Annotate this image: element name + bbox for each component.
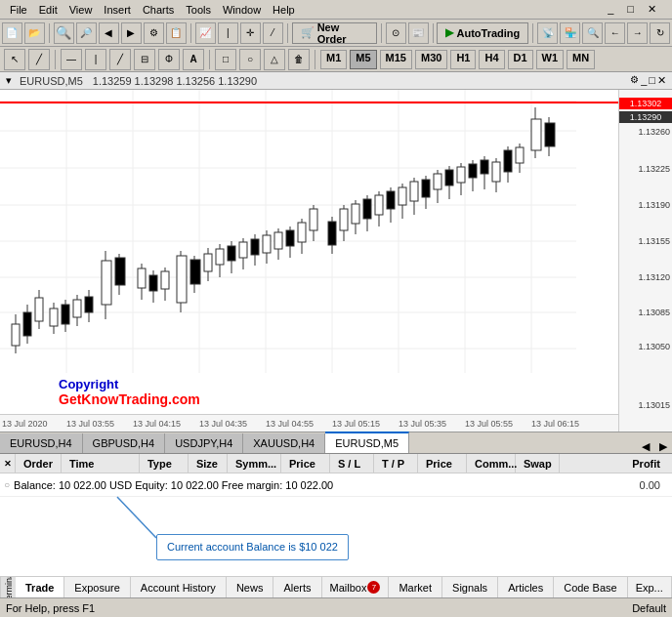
signals-btn[interactable]: 📡 (537, 22, 558, 44)
bottom-tab-trade[interactable]: Trade (16, 577, 64, 598)
tab-scroll-right[interactable]: ▶ (654, 440, 672, 453)
scroll-right-btn[interactable]: ▶ (121, 22, 142, 44)
back-btn[interactable]: ← (605, 22, 625, 44)
chart-min-icon[interactable]: _ (641, 74, 647, 87)
svg-rect-29 (85, 297, 93, 312)
close-btn-area[interactable]: ✕ (0, 454, 16, 473)
period-sep-btn[interactable]: | (218, 22, 238, 44)
copyright-line1: Copyright (59, 377, 200, 391)
balance-text: Balance: 10 022.00 USD Equity: 10 022.00… (14, 479, 640, 491)
time-label-5: 13 Jul 05:15 (332, 419, 380, 429)
bottom-tab-market[interactable]: Market (389, 577, 442, 598)
chart-tab-eurusd-m5[interactable]: EURUSD,M5 (325, 432, 409, 453)
templates-btn[interactable]: 📋 (166, 22, 187, 44)
channel-btn[interactable]: ⊟ (134, 49, 155, 70)
menu-charts[interactable]: Charts (137, 2, 180, 18)
chart-tab-xauusd-h4[interactable]: XAUUSD,H4 (243, 433, 325, 453)
forward-btn[interactable]: → (627, 22, 648, 44)
chart-tab-gbpusd-h4[interactable]: GBPUSD,H4 (83, 433, 166, 453)
text-btn[interactable]: A (183, 49, 204, 70)
time-label-7: 13 Jul 05:55 (465, 419, 513, 429)
menu-window[interactable]: Window (217, 2, 267, 18)
line-btn[interactable]: ⁄ (263, 22, 283, 44)
triangle-btn[interactable]: △ (264, 49, 285, 70)
tf-w1[interactable]: W1 (536, 50, 565, 69)
chart-properties-btn[interactable]: ⚙ (144, 22, 164, 44)
menu-edit[interactable]: Edit (33, 2, 63, 18)
zoom-out-btn[interactable]: 🔎 (76, 22, 97, 44)
terminal-sidebar-btn[interactable]: Terminal (0, 577, 16, 598)
time-label-3: 13 Jul 04:35 (199, 419, 247, 429)
bottom-tab-news[interactable]: News (227, 577, 274, 598)
tf-m30[interactable]: M30 (415, 50, 447, 69)
bottom-tab-exposure[interactable]: Exposure (64, 577, 130, 598)
chart-close-icon[interactable]: ✕ (657, 74, 666, 87)
autotrading-button[interactable]: ▶ AutoTrading (437, 22, 528, 44)
svg-rect-67 (340, 209, 348, 230)
arrow-btn[interactable]: ↖ (4, 49, 25, 70)
new-chart-btn[interactable]: 📄 (2, 22, 22, 44)
bottom-tab-codebase[interactable]: Code Base (554, 577, 627, 598)
bottom-tab-alerts[interactable]: Alerts (273, 577, 321, 598)
price-high-box: 1.13302 (619, 98, 672, 109)
tab-scroll-left[interactable]: ◀ (637, 440, 654, 453)
history-btn[interactable]: ⊙ (386, 22, 406, 44)
news-btn[interactable]: 📰 (408, 22, 429, 44)
svg-rect-39 (161, 271, 169, 289)
hline-btn[interactable]: — (61, 49, 82, 70)
menu-help[interactable]: Help (267, 2, 301, 18)
crosshair-btn[interactable]: ✛ (240, 22, 261, 44)
bottom-tab-signals[interactable]: Signals (442, 577, 498, 598)
col-comm: Comm... (467, 454, 516, 473)
bottom-tab-account-history[interactable]: Account History (131, 577, 227, 598)
bottom-tab-articles[interactable]: Articles (498, 577, 554, 598)
sep9 (315, 50, 315, 69)
indicators-btn[interactable]: 📈 (195, 22, 216, 44)
vline-btn[interactable]: | (85, 49, 106, 70)
close-btn[interactable]: ✕ (642, 1, 662, 18)
svg-rect-63 (310, 209, 317, 230)
tf-h4[interactable]: H4 (479, 50, 504, 69)
svg-rect-79 (410, 182, 418, 201)
line-draw-btn[interactable]: ╱ (28, 49, 50, 70)
chart-canvas[interactable]: Copyright GetKnowTrading.com (0, 90, 618, 432)
rect-btn[interactable]: □ (215, 49, 236, 70)
tf-m15[interactable]: M15 (380, 50, 412, 69)
chart-tab-usdjpy-h4[interactable]: USDJPY,H4 (165, 433, 243, 453)
svg-rect-47 (216, 249, 224, 265)
zoom-in-btn[interactable]: 🔍 (54, 22, 74, 44)
delete-btn[interactable]: 🗑 (288, 49, 310, 70)
bottom-tab-exp[interactable]: Exp... (628, 577, 672, 598)
search-btn[interactable]: 🔍 (582, 22, 603, 44)
open-btn[interactable]: 📂 (24, 22, 45, 44)
fib-btn[interactable]: Φ (158, 49, 180, 70)
col-price2: Price (418, 454, 467, 473)
svg-rect-69 (352, 204, 359, 224)
menu-tools[interactable]: Tools (180, 2, 217, 18)
tf-h1[interactable]: H1 (450, 50, 476, 69)
ellipse-btn[interactable]: ○ (239, 49, 261, 70)
chart-settings-icon[interactable]: ⚙ (630, 74, 639, 87)
tf-m1[interactable]: M1 (320, 50, 347, 69)
refresh-btn[interactable]: ↻ (650, 22, 670, 44)
svg-rect-35 (138, 268, 146, 288)
scroll-left-btn[interactable]: ◀ (99, 22, 119, 44)
tf-m5[interactable]: M5 (350, 50, 376, 69)
tf-mn[interactable]: MN (567, 50, 595, 69)
minimize-btn[interactable]: _ (602, 1, 619, 18)
svg-rect-51 (239, 242, 247, 258)
menu-file[interactable]: File (4, 2, 33, 18)
bottom-tab-mailbox[interactable]: Mailbox 7 (322, 577, 390, 598)
menu-insert[interactable]: Insert (98, 2, 137, 18)
new-order-button[interactable]: 🛒 New Order (292, 22, 377, 44)
chart-collapse-icon[interactable]: ▾ (6, 74, 12, 87)
svg-rect-55 (263, 235, 271, 253)
menu-view[interactable]: View (63, 2, 99, 18)
chart-max-icon[interactable]: □ (649, 74, 655, 87)
trendline-btn[interactable]: ╱ (109, 49, 131, 70)
market-btn[interactable]: 🏪 (560, 22, 580, 44)
tf-d1[interactable]: D1 (508, 50, 533, 69)
svg-rect-95 (504, 150, 512, 172)
maximize-btn[interactable]: □ (621, 1, 640, 18)
chart-tab-eurusd-h4[interactable]: EURUSD,H4 (0, 433, 83, 453)
